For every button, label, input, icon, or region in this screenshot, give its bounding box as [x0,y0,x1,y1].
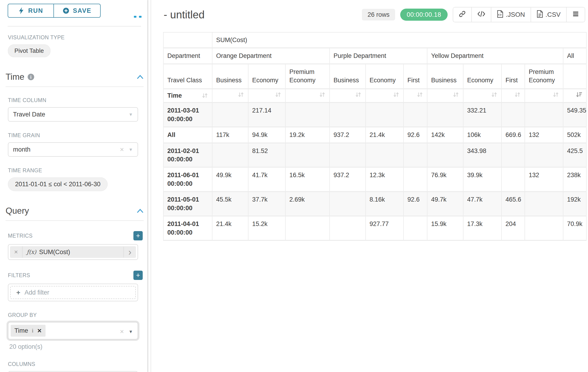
sort-icon[interactable] [552,91,559,98]
column-header: First [502,64,525,89]
visualization-type-value[interactable]: Pivot Table [8,44,51,57]
export-csv-button[interactable]: .CSV [531,7,566,22]
sort-cell [525,89,563,103]
info-icon[interactable]: i [28,74,34,80]
row-label: 2011-06-01 00:00:00 [163,167,212,191]
time-grain-select[interactable]: month × ▼ [8,142,138,157]
value-cell: 502k [563,127,586,143]
sort-icon[interactable] [514,91,521,98]
value-cell [403,216,427,240]
value-cell: 12.3k [366,167,403,191]
view-query-button[interactable] [471,7,491,22]
menu-button[interactable] [566,7,585,22]
sort-icon[interactable] [274,91,282,98]
value-cell: 21.4k [366,127,403,143]
table-row: All117k94.9k19.2k937.221.4k92.6142k106k6… [163,127,586,143]
chevron-right-icon[interactable]: › [123,247,136,257]
add-metric-button[interactable]: + [133,231,143,240]
sort-icon[interactable] [452,91,459,98]
sort-icon[interactable] [319,91,326,98]
value-cell: 15.9k [427,216,463,240]
group-by-options-hint: 20 option(s) [9,343,151,350]
sort-icon[interactable] [355,91,362,98]
time-grain-label: TIME GRAIN [8,132,151,138]
row-label: 2011-04-01 00:00:00 [163,216,212,240]
value-cell: 343.98 [463,143,502,167]
value-cell [427,143,463,167]
chevron-up-icon[interactable] [137,74,144,80]
control-panel: Chart Type RUN SAVE VISUALIZATION TYPE P… [0,0,151,372]
value-cell [330,216,366,240]
value-cell [403,167,427,191]
chevron-up-icon[interactable] [137,208,144,213]
value-cell [502,143,525,167]
value-cell [525,216,563,240]
chevron-down-icon[interactable]: ▼ [128,112,133,117]
group-by-select[interactable]: Timei✕ × ▼ [8,322,138,340]
chevron-down-icon[interactable]: ▼ [128,329,133,334]
value-cell [403,103,427,127]
sort-cell [285,89,330,103]
sort-icon[interactable] [491,91,498,98]
time-grain-value: month [13,146,31,153]
add-filter-dropzone[interactable]: + Add filter [10,286,136,299]
sort-cell [427,89,463,103]
columns-select[interactable]: Department✕Travel Class✕ × ▼ [8,371,138,372]
sort-icon[interactable] [237,91,244,98]
scrollbar[interactable] [147,0,148,372]
lightning-icon [18,7,24,14]
time-range-value[interactable]: 2011-01-01 ≤ col < 2011-06-30 [8,177,108,191]
clear-icon[interactable]: × [120,146,124,153]
add-filter-button[interactable]: + [133,271,143,280]
row-label: 2011-03-01 00:00:00 [163,103,212,127]
column-header: Premium Economy [285,64,330,89]
filters-control: + Add filter [8,284,138,301]
chart-title[interactable]: - untitled [164,8,205,21]
selected-option-tag[interactable]: Timei✕ [11,325,46,337]
value-cell: 117k [212,127,248,143]
columns-label: COLUMNS [8,361,151,367]
info-icon[interactable]: i [32,328,33,334]
department-axis-label: Department [163,48,212,64]
value-cell [403,143,427,167]
sort-icon[interactable] [201,92,208,99]
chart-area: - untitled 26 rows 00:00:00.18 .JSON.CSV… [151,0,588,372]
value-cell [285,103,330,127]
chevron-down-icon[interactable]: ▼ [128,147,133,152]
value-cell [212,143,248,167]
query-section-title: Query [6,206,29,216]
share-link-button[interactable] [453,7,471,22]
sort-icon[interactable] [416,91,423,98]
remove-tag-icon[interactable]: ✕ [37,328,42,334]
row-count-badge: 26 rows [362,9,395,21]
value-cell: 238k [563,167,586,191]
scroll-peek-dot [134,16,136,18]
save-label: SAVE [73,7,92,14]
value-cell [502,103,525,127]
row-label: 2011-02-01 00:00:00 [163,143,212,167]
time-column-select[interactable]: Travel Date ▼ [8,107,138,122]
sort-descending-icon[interactable] [576,91,582,98]
value-cell: 669.6 [502,127,525,143]
value-cell: 425.5 [563,143,586,167]
value-cell: 132 [525,127,563,143]
column-header [563,64,586,89]
sort-cell [463,89,502,103]
value-cell [330,143,366,167]
value-cell: 41.7k [248,167,285,191]
value-cell: 19.2k [285,127,330,143]
clear-icon[interactable]: × [120,328,124,335]
run-button[interactable]: RUN [8,4,54,18]
metric-pill[interactable]: × ƒ(x) SUM(Cost) › [10,246,136,258]
value-cell: 549.35 [563,103,586,127]
save-button[interactable]: SAVE [54,4,101,18]
value-cell: 92.6 [403,191,427,216]
export-json-button[interactable]: .JSON [491,7,530,22]
value-cell: 106k [463,127,502,143]
time-column-value: Travel Date [13,111,45,118]
sort-icon[interactable] [393,91,399,98]
value-cell [427,103,463,127]
remove-metric-icon[interactable]: × [10,246,22,258]
sort-cell [366,89,403,103]
value-cell [330,191,366,216]
